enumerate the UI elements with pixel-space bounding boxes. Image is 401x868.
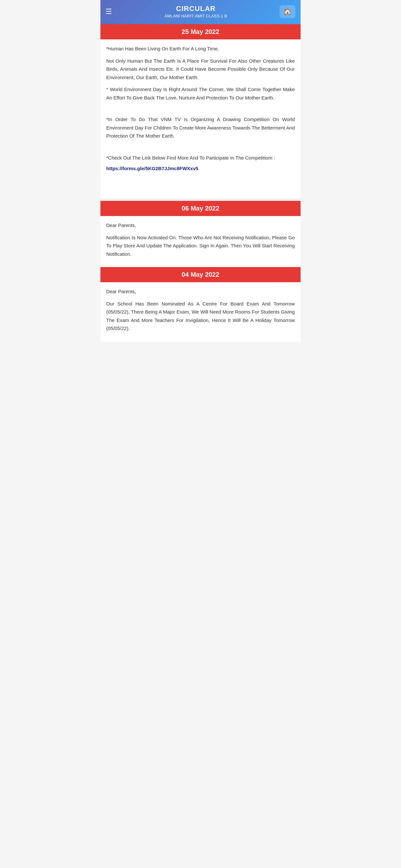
- content-04-may: Dear Parents, Our School Has Been Nomina…: [100, 282, 301, 342]
- para-04-may-1: Dear Parents,: [106, 287, 295, 296]
- header-center: CIRCULAR AMLANI HARIT AMIT CLASS-1 B: [112, 4, 280, 19]
- para-25-may-1: *Human Has Been Living On Earth For A Lo…: [106, 44, 295, 53]
- spacer-4: [106, 183, 295, 193]
- spacer-2: [106, 144, 295, 154]
- para-25-may-4: *In Order To Do That VNM TV Is Organizin…: [106, 115, 295, 140]
- para-25-may-5: *Check Out The Link Below Find More And …: [106, 154, 295, 162]
- para-06-may-2: Notification Is Now Activated On. Those …: [106, 234, 295, 258]
- form-link[interactable]: https://forms.gle/5KG2B7JJmc8FWXxv5: [106, 166, 295, 171]
- para-25-may-3: * World Environment Day Is Right Around …: [106, 85, 295, 102]
- menu-icon[interactable]: ☰: [105, 7, 112, 16]
- date-header-25-may: 25 May 2022: [100, 24, 301, 39]
- section-divider-1: [100, 198, 301, 201]
- para-06-may-1: Dear Parents,: [106, 221, 295, 229]
- date-header-06-may: 06 May 2022: [100, 201, 301, 216]
- section-04-may: 04 May 2022 Dear Parents, Our School Has…: [100, 267, 301, 342]
- content-06-may: Dear Parents, Notification Is Now Activa…: [100, 216, 301, 267]
- para-25-may-2: Not Only Human But The Earth Is A Place …: [106, 57, 295, 82]
- app-header: ☰ CIRCULAR AMLANI HARIT AMIT CLASS-1 B 🏠: [100, 0, 301, 23]
- section-25-may: 25 May 2022 *Human Has Been Living On Ea…: [100, 24, 301, 198]
- content-25-may: *Human Has Been Living On Earth For A Lo…: [100, 39, 301, 198]
- spacer-3: [106, 174, 295, 183]
- date-header-04-may: 04 May 2022: [100, 267, 301, 282]
- spacer-1: [106, 105, 295, 115]
- class-subtitle: AMLANI HARIT AMIT CLASS-1 B: [112, 13, 280, 19]
- para-04-may-2: Our School Has Been Nominated As A Centr…: [106, 300, 295, 333]
- section-06-may: 06 May 2022 Dear Parents, Notification I…: [100, 201, 301, 267]
- home-button[interactable]: 🏠: [280, 5, 296, 18]
- app-title: CIRCULAR: [112, 4, 280, 13]
